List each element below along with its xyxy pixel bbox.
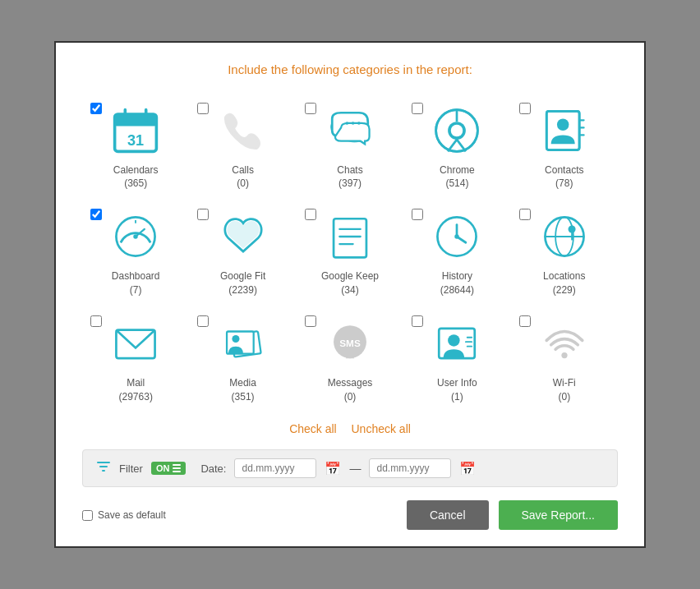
svg-point-10 bbox=[346, 122, 349, 125]
wifi-icon bbox=[538, 317, 591, 370]
svg-point-39 bbox=[455, 234, 459, 238]
category-calendars: 31 Calendars (365) bbox=[82, 93, 189, 200]
category-media: Media (351) bbox=[189, 306, 296, 412]
svg-point-12 bbox=[357, 122, 361, 125]
chrome-icon bbox=[431, 104, 483, 157]
category-google-fit: Google Fit (2239) bbox=[189, 199, 296, 306]
save-default-checkbox[interactable] bbox=[82, 510, 93, 521]
google-fit-icon bbox=[217, 210, 269, 263]
messages-icon: SMS bbox=[324, 317, 376, 370]
history-icon bbox=[431, 210, 483, 263]
chats-icon bbox=[324, 104, 376, 157]
svg-text:31: 31 bbox=[127, 132, 144, 149]
filter-toggle[interactable]: ON bbox=[151, 462, 187, 475]
checkbox-google-keep[interactable] bbox=[305, 209, 316, 220]
calls-label: Calls (0) bbox=[232, 163, 254, 191]
checkbox-media[interactable] bbox=[197, 315, 209, 327]
svg-rect-1 bbox=[115, 114, 157, 127]
date-label: Date: bbox=[200, 462, 226, 475]
google-keep-icon bbox=[324, 210, 376, 263]
media-label: Media (351) bbox=[229, 376, 256, 404]
checkbox-mail[interactable] bbox=[90, 315, 102, 327]
save-default-container: Save as default bbox=[82, 509, 166, 521]
category-chats: Chats (397) bbox=[297, 93, 403, 200]
mail-label: Mail (29763) bbox=[119, 376, 153, 404]
user-info-label: User Info (1) bbox=[437, 376, 477, 404]
category-contacts: Contacts (78) bbox=[511, 93, 618, 200]
footer-row: Save as default Cancel Save Report... bbox=[82, 500, 618, 530]
svg-point-25 bbox=[557, 118, 569, 131]
svg-line-31 bbox=[150, 242, 151, 243]
uncheck-all-link[interactable]: Uncheck all bbox=[352, 422, 411, 435]
chats-label: Chats (397) bbox=[337, 163, 362, 191]
checkbox-wifi[interactable] bbox=[519, 315, 531, 327]
category-wifi: Wi-Fi (0) bbox=[511, 306, 618, 412]
checkbox-user-info[interactable] bbox=[412, 315, 423, 327]
google-fit-label: Google Fit (2239) bbox=[220, 269, 265, 297]
messages-label: Messages (0) bbox=[328, 376, 373, 404]
svg-point-47 bbox=[232, 335, 239, 343]
svg-point-51 bbox=[449, 334, 461, 347]
calendar-from-icon[interactable]: 📅 bbox=[325, 461, 341, 476]
category-chrome: Chrome (514) bbox=[403, 93, 510, 200]
svg-point-11 bbox=[352, 122, 355, 125]
category-history: History (28644) bbox=[403, 199, 510, 306]
mail-icon bbox=[109, 317, 162, 370]
calendars-label: Calendars (365) bbox=[113, 163, 159, 191]
checkbox-dashboard[interactable] bbox=[90, 209, 102, 220]
svg-text:SMS: SMS bbox=[339, 337, 361, 347]
svg-rect-32 bbox=[334, 219, 366, 257]
dashboard-label: Dashboard (7) bbox=[112, 269, 160, 297]
checkbox-google-fit[interactable] bbox=[197, 209, 209, 220]
calls-icon bbox=[217, 104, 269, 157]
category-calls: Calls (0) bbox=[189, 93, 296, 200]
svg-line-29 bbox=[121, 242, 122, 243]
category-user-info: User Info (1) bbox=[403, 306, 510, 412]
checkbox-contacts[interactable] bbox=[519, 103, 531, 114]
locations-icon bbox=[538, 210, 591, 263]
toggle-lines-icon bbox=[173, 464, 181, 472]
user-info-icon bbox=[431, 317, 483, 370]
save-default-label: Save as default bbox=[98, 509, 166, 521]
dashboard-icon bbox=[109, 210, 162, 263]
filter-bar: Filter ON Date: 📅 — 📅 bbox=[82, 449, 618, 487]
svg-point-15 bbox=[451, 124, 463, 136]
svg-point-43 bbox=[568, 226, 575, 233]
history-label: History (28644) bbox=[440, 269, 474, 297]
checkbox-chrome[interactable] bbox=[412, 103, 423, 114]
date-from-input[interactable] bbox=[234, 458, 316, 478]
check-all-link[interactable]: Check all bbox=[289, 422, 337, 435]
contacts-label: Contacts (78) bbox=[545, 163, 583, 191]
checkbox-calendars[interactable] bbox=[90, 103, 102, 114]
dialog-title: Include the following categories in the … bbox=[82, 62, 618, 76]
category-mail: Mail (29763) bbox=[82, 306, 189, 412]
google-keep-label: Google Keep (34) bbox=[321, 269, 379, 297]
filter-icon bbox=[96, 459, 111, 478]
checkbox-calls[interactable] bbox=[197, 103, 209, 114]
checkbox-history[interactable] bbox=[412, 209, 423, 220]
category-locations: Locations (229) bbox=[511, 199, 618, 306]
svg-point-28 bbox=[133, 234, 137, 238]
date-to-input[interactable] bbox=[369, 458, 451, 478]
categories-grid: 31 Calendars (365) Calls (0) bbox=[82, 93, 618, 412]
media-icon bbox=[217, 317, 269, 370]
toggle-on-label: ON bbox=[156, 463, 170, 473]
category-google-keep: Google Keep (34) bbox=[297, 199, 403, 306]
wifi-label: Wi-Fi (0) bbox=[553, 376, 576, 404]
calendars-icon: 31 bbox=[109, 104, 162, 157]
checkbox-messages[interactable] bbox=[305, 315, 316, 327]
chrome-label: Chrome (514) bbox=[440, 163, 475, 191]
category-messages: SMS Messages (0) bbox=[297, 306, 403, 412]
checkbox-locations[interactable] bbox=[519, 209, 531, 220]
cancel-button[interactable]: Cancel bbox=[407, 500, 489, 530]
calendar-to-icon[interactable]: 📅 bbox=[459, 461, 476, 476]
filter-label: Filter bbox=[119, 462, 143, 475]
date-separator: — bbox=[349, 462, 361, 475]
checkbox-chats[interactable] bbox=[305, 103, 316, 114]
category-dashboard: Dashboard (7) bbox=[82, 199, 189, 306]
save-report-button[interactable]: Save Report... bbox=[499, 500, 619, 530]
svg-point-55 bbox=[561, 352, 567, 358]
locations-label: Locations (229) bbox=[543, 269, 585, 297]
contacts-icon bbox=[538, 104, 591, 157]
check-links-row: Check all Uncheck all bbox=[82, 421, 618, 436]
